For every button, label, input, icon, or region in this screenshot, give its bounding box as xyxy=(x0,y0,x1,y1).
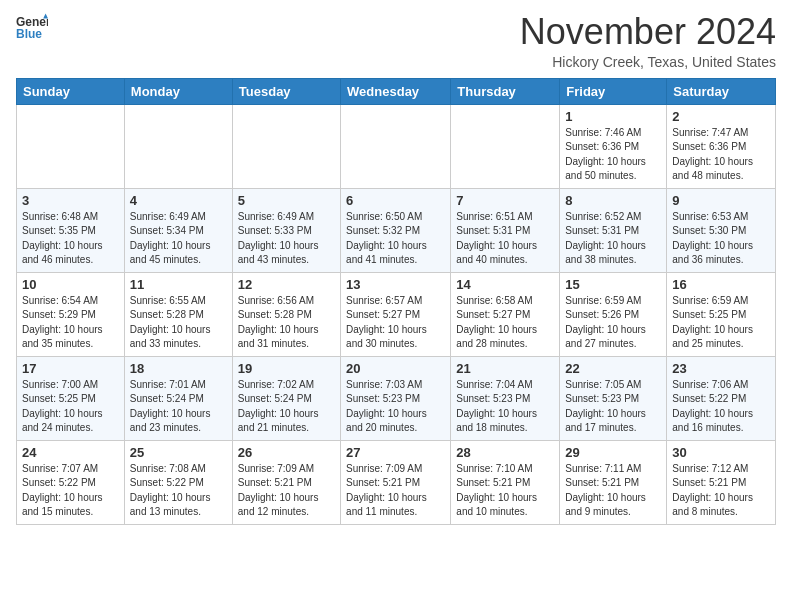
day-info: Sunrise: 7:01 AMSunset: 5:24 PMDaylight:… xyxy=(130,378,227,436)
day-number: 15 xyxy=(565,277,661,292)
day-number: 22 xyxy=(565,361,661,376)
table-row xyxy=(17,104,125,188)
day-number: 25 xyxy=(130,445,227,460)
day-info: Sunrise: 7:02 AMSunset: 5:24 PMDaylight:… xyxy=(238,378,335,436)
calendar-week-row: 1Sunrise: 7:46 AMSunset: 6:36 PMDaylight… xyxy=(17,104,776,188)
table-row xyxy=(232,104,340,188)
header-friday: Friday xyxy=(560,78,667,104)
calendar-week-row: 24Sunrise: 7:07 AMSunset: 5:22 PMDayligh… xyxy=(17,440,776,524)
table-row: 8Sunrise: 6:52 AMSunset: 5:31 PMDaylight… xyxy=(560,188,667,272)
day-info: Sunrise: 6:55 AMSunset: 5:28 PMDaylight:… xyxy=(130,294,227,352)
table-row: 24Sunrise: 7:07 AMSunset: 5:22 PMDayligh… xyxy=(17,440,125,524)
day-number: 5 xyxy=(238,193,335,208)
title-block: November 2024 Hickory Creek, Texas, Unit… xyxy=(520,12,776,70)
table-row xyxy=(341,104,451,188)
day-number: 11 xyxy=(130,277,227,292)
day-number: 3 xyxy=(22,193,119,208)
page: General Blue November 2024 Hickory Creek… xyxy=(0,0,792,535)
table-row: 2Sunrise: 7:47 AMSunset: 6:36 PMDaylight… xyxy=(667,104,776,188)
day-info: Sunrise: 6:56 AMSunset: 5:28 PMDaylight:… xyxy=(238,294,335,352)
calendar-week-row: 17Sunrise: 7:00 AMSunset: 5:25 PMDayligh… xyxy=(17,356,776,440)
day-info: Sunrise: 7:47 AMSunset: 6:36 PMDaylight:… xyxy=(672,126,770,184)
svg-text:Blue: Blue xyxy=(16,27,42,41)
day-info: Sunrise: 7:05 AMSunset: 5:23 PMDaylight:… xyxy=(565,378,661,436)
day-info: Sunrise: 6:52 AMSunset: 5:31 PMDaylight:… xyxy=(565,210,661,268)
logo-icon: General Blue xyxy=(16,12,48,44)
table-row: 6Sunrise: 6:50 AMSunset: 5:32 PMDaylight… xyxy=(341,188,451,272)
day-info: Sunrise: 6:58 AMSunset: 5:27 PMDaylight:… xyxy=(456,294,554,352)
table-row: 25Sunrise: 7:08 AMSunset: 5:22 PMDayligh… xyxy=(124,440,232,524)
table-row: 13Sunrise: 6:57 AMSunset: 5:27 PMDayligh… xyxy=(341,272,451,356)
table-row: 11Sunrise: 6:55 AMSunset: 5:28 PMDayligh… xyxy=(124,272,232,356)
day-number: 2 xyxy=(672,109,770,124)
table-row: 17Sunrise: 7:00 AMSunset: 5:25 PMDayligh… xyxy=(17,356,125,440)
table-row: 22Sunrise: 7:05 AMSunset: 5:23 PMDayligh… xyxy=(560,356,667,440)
header-monday: Monday xyxy=(124,78,232,104)
day-info: Sunrise: 7:46 AMSunset: 6:36 PMDaylight:… xyxy=(565,126,661,184)
day-number: 29 xyxy=(565,445,661,460)
day-number: 10 xyxy=(22,277,119,292)
table-row: 15Sunrise: 6:59 AMSunset: 5:26 PMDayligh… xyxy=(560,272,667,356)
day-info: Sunrise: 6:57 AMSunset: 5:27 PMDaylight:… xyxy=(346,294,445,352)
table-row: 4Sunrise: 6:49 AMSunset: 5:34 PMDaylight… xyxy=(124,188,232,272)
day-number: 19 xyxy=(238,361,335,376)
table-row: 3Sunrise: 6:48 AMSunset: 5:35 PMDaylight… xyxy=(17,188,125,272)
day-info: Sunrise: 7:03 AMSunset: 5:23 PMDaylight:… xyxy=(346,378,445,436)
header-sunday: Sunday xyxy=(17,78,125,104)
table-row xyxy=(124,104,232,188)
day-info: Sunrise: 7:09 AMSunset: 5:21 PMDaylight:… xyxy=(346,462,445,520)
day-info: Sunrise: 7:07 AMSunset: 5:22 PMDaylight:… xyxy=(22,462,119,520)
table-row: 19Sunrise: 7:02 AMSunset: 5:24 PMDayligh… xyxy=(232,356,340,440)
weekday-header-row: Sunday Monday Tuesday Wednesday Thursday… xyxy=(17,78,776,104)
table-row: 26Sunrise: 7:09 AMSunset: 5:21 PMDayligh… xyxy=(232,440,340,524)
day-number: 26 xyxy=(238,445,335,460)
day-number: 18 xyxy=(130,361,227,376)
table-row: 27Sunrise: 7:09 AMSunset: 5:21 PMDayligh… xyxy=(341,440,451,524)
table-row: 29Sunrise: 7:11 AMSunset: 5:21 PMDayligh… xyxy=(560,440,667,524)
day-info: Sunrise: 6:51 AMSunset: 5:31 PMDaylight:… xyxy=(456,210,554,268)
day-number: 1 xyxy=(565,109,661,124)
table-row: 12Sunrise: 6:56 AMSunset: 5:28 PMDayligh… xyxy=(232,272,340,356)
day-info: Sunrise: 7:00 AMSunset: 5:25 PMDaylight:… xyxy=(22,378,119,436)
table-row: 21Sunrise: 7:04 AMSunset: 5:23 PMDayligh… xyxy=(451,356,560,440)
day-info: Sunrise: 7:11 AMSunset: 5:21 PMDaylight:… xyxy=(565,462,661,520)
header-tuesday: Tuesday xyxy=(232,78,340,104)
day-number: 21 xyxy=(456,361,554,376)
day-number: 20 xyxy=(346,361,445,376)
day-info: Sunrise: 6:53 AMSunset: 5:30 PMDaylight:… xyxy=(672,210,770,268)
table-row: 16Sunrise: 6:59 AMSunset: 5:25 PMDayligh… xyxy=(667,272,776,356)
day-info: Sunrise: 6:50 AMSunset: 5:32 PMDaylight:… xyxy=(346,210,445,268)
day-number: 12 xyxy=(238,277,335,292)
day-number: 4 xyxy=(130,193,227,208)
day-info: Sunrise: 7:09 AMSunset: 5:21 PMDaylight:… xyxy=(238,462,335,520)
day-number: 6 xyxy=(346,193,445,208)
day-info: Sunrise: 6:54 AMSunset: 5:29 PMDaylight:… xyxy=(22,294,119,352)
table-row: 18Sunrise: 7:01 AMSunset: 5:24 PMDayligh… xyxy=(124,356,232,440)
table-row: 10Sunrise: 6:54 AMSunset: 5:29 PMDayligh… xyxy=(17,272,125,356)
day-number: 14 xyxy=(456,277,554,292)
table-row: 14Sunrise: 6:58 AMSunset: 5:27 PMDayligh… xyxy=(451,272,560,356)
table-row: 5Sunrise: 6:49 AMSunset: 5:33 PMDaylight… xyxy=(232,188,340,272)
day-info: Sunrise: 7:12 AMSunset: 5:21 PMDaylight:… xyxy=(672,462,770,520)
table-row: 28Sunrise: 7:10 AMSunset: 5:21 PMDayligh… xyxy=(451,440,560,524)
day-info: Sunrise: 7:10 AMSunset: 5:21 PMDaylight:… xyxy=(456,462,554,520)
day-number: 17 xyxy=(22,361,119,376)
header-thursday: Thursday xyxy=(451,78,560,104)
header: General Blue November 2024 Hickory Creek… xyxy=(16,12,776,70)
day-info: Sunrise: 6:59 AMSunset: 5:26 PMDaylight:… xyxy=(565,294,661,352)
day-info: Sunrise: 7:06 AMSunset: 5:22 PMDaylight:… xyxy=(672,378,770,436)
day-info: Sunrise: 6:48 AMSunset: 5:35 PMDaylight:… xyxy=(22,210,119,268)
day-number: 8 xyxy=(565,193,661,208)
calendar: Sunday Monday Tuesday Wednesday Thursday… xyxy=(16,78,776,525)
header-saturday: Saturday xyxy=(667,78,776,104)
table-row xyxy=(451,104,560,188)
day-info: Sunrise: 7:08 AMSunset: 5:22 PMDaylight:… xyxy=(130,462,227,520)
day-info: Sunrise: 6:49 AMSunset: 5:34 PMDaylight:… xyxy=(130,210,227,268)
calendar-week-row: 10Sunrise: 6:54 AMSunset: 5:29 PMDayligh… xyxy=(17,272,776,356)
day-number: 30 xyxy=(672,445,770,460)
day-number: 24 xyxy=(22,445,119,460)
month-title: November 2024 xyxy=(520,12,776,52)
day-info: Sunrise: 6:59 AMSunset: 5:25 PMDaylight:… xyxy=(672,294,770,352)
calendar-week-row: 3Sunrise: 6:48 AMSunset: 5:35 PMDaylight… xyxy=(17,188,776,272)
logo: General Blue xyxy=(16,12,48,44)
